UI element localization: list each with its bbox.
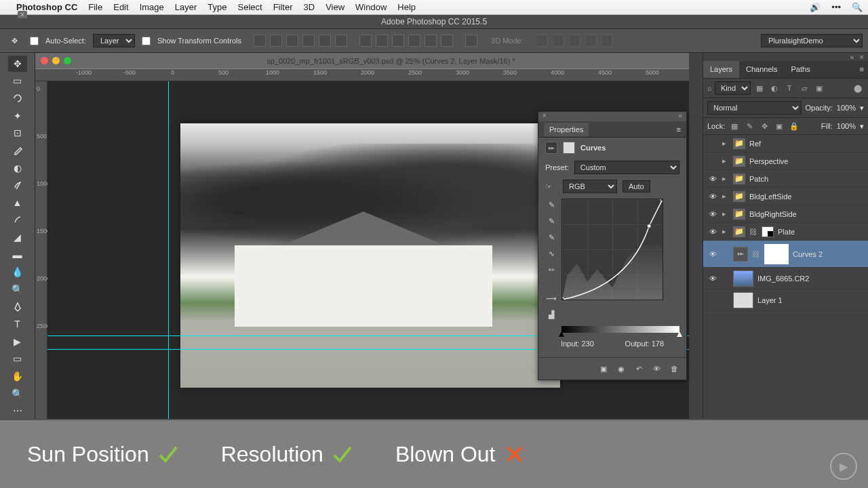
view-previous-icon[interactable]: ◉ bbox=[616, 363, 627, 374]
eyedropper-tool[interactable] bbox=[8, 142, 27, 159]
menu-filter[interactable]: Filter bbox=[273, 2, 293, 12]
guide-vertical[interactable] bbox=[168, 81, 169, 419]
lock-position-icon[interactable]: ✥ bbox=[759, 121, 770, 131]
layer-plate[interactable]: 👁 ▸ 📁 ⛓ Plate bbox=[703, 223, 868, 241]
auto-align-icon[interactable] bbox=[465, 35, 477, 47]
history-brush-tool[interactable] bbox=[8, 212, 27, 228]
menu-3d[interactable]: 3D bbox=[304, 2, 315, 12]
close-tab-icon[interactable]: × bbox=[18, 11, 27, 18]
filter-search-icon[interactable]: ⌕ bbox=[707, 84, 712, 92]
visibility-icon[interactable]: 👁 bbox=[707, 250, 718, 258]
curves-adjustment-icon[interactable]: ⬰ bbox=[733, 247, 748, 262]
close-panels-icon[interactable]: × bbox=[860, 53, 864, 61]
link-icon[interactable]: ⛓ bbox=[749, 228, 757, 236]
menu-select[interactable]: Select bbox=[237, 2, 262, 12]
black-point-slider[interactable] bbox=[559, 331, 564, 337]
filter-adjust-icon[interactable]: ◐ bbox=[768, 83, 781, 94]
menu-edit[interactable]: Edit bbox=[113, 2, 128, 12]
toggle-visibility-icon[interactable]: 👁 bbox=[651, 363, 662, 374]
visibility-icon[interactable]: 👁 bbox=[707, 192, 718, 201]
layer-curves2[interactable]: 👁 ⬰ ⛓ Curves 2 bbox=[703, 241, 868, 268]
curve-line[interactable] bbox=[562, 199, 663, 300]
lock-transparency-icon[interactable]: ▦ bbox=[729, 121, 740, 131]
auto-select-mode[interactable]: Layer bbox=[93, 34, 135, 47]
dist-right-icon[interactable] bbox=[441, 35, 453, 47]
align-hcenter-icon[interactable] bbox=[319, 35, 331, 47]
expand-icon[interactable]: ▸ bbox=[722, 174, 729, 183]
menu-image[interactable]: Image bbox=[140, 2, 164, 12]
align-top-icon[interactable] bbox=[254, 35, 266, 47]
eraser-tool[interactable]: ◢ bbox=[8, 229, 27, 245]
eyedropper-black-icon[interactable]: ✎ bbox=[545, 199, 557, 211]
layer-bldgrightside[interactable]: 👁 ▸ 📁 BldgRightSide bbox=[703, 205, 868, 223]
collapsed-panels[interactable] bbox=[689, 53, 703, 419]
curve-point-icon[interactable]: ∿ bbox=[545, 247, 557, 260]
filter-type-icon[interactable]: T bbox=[783, 83, 795, 94]
workspace-selector[interactable]: PluralsightDemo bbox=[761, 34, 863, 47]
expand-icon[interactable]: ▸ bbox=[722, 209, 729, 218]
filter-toggle-icon[interactable]: ⬤ bbox=[852, 83, 864, 94]
properties-tab[interactable]: Properties bbox=[544, 123, 589, 136]
menu-type[interactable]: Type bbox=[208, 2, 226, 12]
input-value[interactable]: 230 bbox=[581, 340, 593, 348]
spotlight-icon[interactable]: 🔍 bbox=[852, 2, 863, 12]
type-tool[interactable]: T bbox=[8, 316, 27, 332]
filter-shape-icon[interactable]: ▱ bbox=[798, 83, 810, 94]
menu-layer[interactable]: Layer bbox=[175, 2, 197, 12]
visibility-icon[interactable]: 👁 bbox=[707, 210, 718, 218]
panel-menu-icon[interactable]: ≡ bbox=[856, 61, 868, 78]
align-left-icon[interactable] bbox=[302, 35, 315, 47]
opacity-value[interactable]: 100% bbox=[837, 104, 856, 112]
tab-paths[interactable]: Paths bbox=[785, 61, 817, 78]
auto-button[interactable]: Auto bbox=[623, 180, 650, 192]
menu-view[interactable]: View bbox=[326, 2, 344, 12]
rectangle-tool[interactable]: ▭ bbox=[8, 351, 27, 367]
ruler-vertical[interactable]: 0 500 1000 1500 2000 2500 bbox=[35, 81, 47, 419]
visibility-icon[interactable]: 👁 bbox=[707, 274, 718, 283]
tab-layers[interactable]: Layers bbox=[703, 61, 739, 78]
dist-hcenter-icon[interactable] bbox=[425, 35, 437, 47]
panel-collapse-icon[interactable]: « bbox=[678, 112, 682, 121]
align-bottom-icon[interactable] bbox=[286, 35, 298, 47]
3d-roll-icon[interactable] bbox=[552, 35, 564, 47]
layer-layer1[interactable]: Layer 1 bbox=[703, 289, 868, 311]
mask-thumb[interactable] bbox=[762, 226, 774, 237]
auto-select-checkbox[interactable] bbox=[30, 37, 39, 45]
doc-minimize-icon[interactable] bbox=[52, 57, 60, 64]
layer-thumb[interactable] bbox=[733, 292, 753, 308]
edit-toolbar[interactable]: ⋯ bbox=[8, 403, 27, 420]
expand-icon[interactable]: ▸ bbox=[722, 139, 729, 148]
layer-bldgleftside[interactable]: 👁 ▸ 📁 BldgLeftSide bbox=[703, 188, 868, 205]
dodge-tool[interactable]: 🔍 bbox=[8, 281, 27, 298]
layer-perspective[interactable]: ▸ 📁 Perspective bbox=[703, 152, 868, 170]
collapse-panels-icon[interactable]: « bbox=[850, 53, 854, 61]
3d-orbit-icon[interactable] bbox=[536, 35, 548, 47]
layer-thumb[interactable] bbox=[733, 270, 753, 287]
white-point-slider[interactable] bbox=[677, 331, 682, 337]
hand-tool[interactable]: ✋ bbox=[8, 368, 27, 384]
visibility-icon[interactable]: 👁 bbox=[707, 228, 718, 236]
panel-close-icon[interactable]: × bbox=[542, 112, 547, 121]
eyedropper-gray-icon[interactable]: ✎ bbox=[545, 215, 557, 227]
crop-tool[interactable]: ⊡ bbox=[8, 125, 27, 142]
align-right-icon[interactable] bbox=[335, 35, 347, 47]
expand-icon[interactable]: ▸ bbox=[722, 227, 729, 236]
targeted-adjust-icon[interactable]: ☞ bbox=[545, 182, 557, 191]
canvas-document[interactable] bbox=[180, 123, 560, 388]
dist-bottom-icon[interactable] bbox=[392, 35, 404, 47]
blend-mode-select[interactable]: Normal bbox=[707, 101, 802, 115]
smooth-icon[interactable]: ⟿ bbox=[545, 292, 557, 304]
3d-pan-icon[interactable] bbox=[568, 35, 580, 47]
preset-select[interactable]: Custom bbox=[574, 161, 679, 174]
show-transform-checkbox[interactable] bbox=[142, 37, 151, 45]
visibility-icon[interactable]: 👁 bbox=[707, 175, 718, 183]
lock-all-icon[interactable]: 🔒 bbox=[789, 121, 800, 131]
volume-icon[interactable]: 🔊 bbox=[810, 2, 821, 12]
pen-tool[interactable] bbox=[8, 299, 27, 315]
3d-slide-icon[interactable] bbox=[585, 35, 597, 47]
channel-select[interactable]: RGB bbox=[563, 180, 617, 193]
delete-adjustment-icon[interactable]: 🗑 bbox=[669, 363, 679, 374]
lock-pixels-icon[interactable]: ✎ bbox=[744, 121, 755, 131]
clone-stamp-tool[interactable]: ▲ bbox=[8, 195, 27, 211]
mask-thumb[interactable] bbox=[764, 244, 789, 264]
